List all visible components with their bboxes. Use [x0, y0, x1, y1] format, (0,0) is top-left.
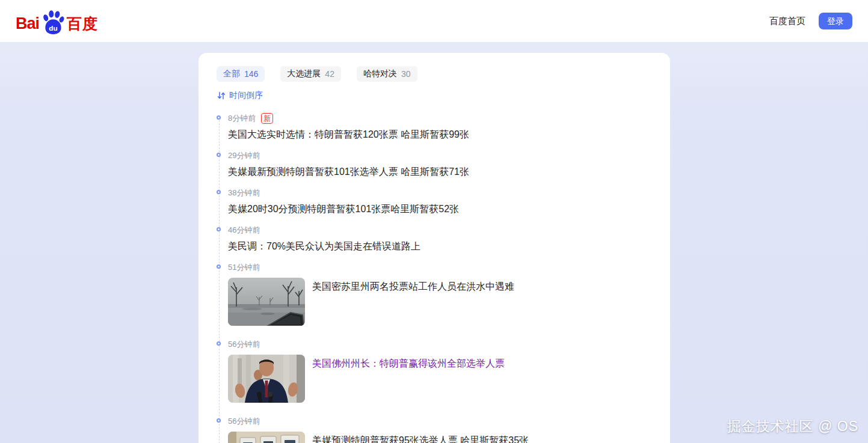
- item-title-link[interactable]: 美媒预测特朗普暂获95张选举人票 哈里斯暂获35张: [312, 432, 529, 443]
- item-header: 56分钟前: [228, 339, 652, 350]
- baidu-paw-icon: du: [41, 10, 65, 35]
- svg-text:du: du: [49, 24, 57, 32]
- baidu-logo[interactable]: Bai du 百度: [16, 10, 98, 32]
- item-thumbnail[interactable]: [228, 278, 305, 326]
- item-body: 美媒最新预测特朗普暂获101张选举人票 哈里斯暂获71张: [228, 165, 652, 179]
- sort-label: 时间倒序: [229, 90, 263, 101]
- timeline-list: 8分钟前 新 美国大选实时选情：特朗普暂获120张票 哈里斯暂获99张 29分钟…: [228, 113, 652, 443]
- tab-count: 30: [401, 69, 411, 79]
- timeline-item: 38分钟前 美媒20时30分预测特朗普暂获101张票哈里斯暂获52张: [228, 188, 652, 216]
- item-time: 56分钟前: [228, 416, 260, 427]
- tab-count: 146: [244, 69, 258, 79]
- timeline-item: 51分钟前 美国密苏里州两名投票站工作人员在洪水中遇难: [228, 262, 652, 326]
- timeline-item: 56分钟前 美媒预测特朗普暂获95张选举人票 哈里斯暂获35张: [228, 416, 652, 443]
- filter-tabs: 全部 146 大选进展 42 哈特对决 30: [217, 66, 652, 82]
- logo-text-bai: Bai: [16, 14, 39, 32]
- baidu-home-link[interactable]: 百度首页: [769, 16, 805, 27]
- timeline-dot-icon: [217, 341, 221, 346]
- timeline-dot-icon: [217, 264, 221, 269]
- timeline-item: 8分钟前 新 美国大选实时选情：特朗普暂获120张票 哈里斯暂获99张: [228, 113, 652, 142]
- item-time: 29分钟前: [228, 150, 260, 161]
- item-header: 51分钟前: [228, 262, 652, 273]
- sort-control[interactable]: 时间倒序: [217, 90, 263, 102]
- item-title-link[interactable]: 美媒20时30分预测特朗普暂获101张票哈里斯暂获52张: [228, 202, 459, 216]
- timeline-item: 29分钟前 美媒最新预测特朗普暂获101张选举人票 哈里斯暂获71张: [228, 150, 652, 179]
- new-badge: 新: [261, 113, 273, 124]
- item-header: 46分钟前: [228, 225, 652, 236]
- news-timeline-card: 全部 146 大选进展 42 哈特对决 30 时间倒序 8分钟前 新 美国大选实…: [199, 53, 670, 443]
- item-header: 29分钟前: [228, 150, 652, 161]
- top-header: Bai du 百度 百度首页 登录: [0, 0, 868, 42]
- item-title-link[interactable]: 美国密苏里州两名投票站工作人员在洪水中遇难: [312, 278, 514, 326]
- item-body: 美民调：70%美民众认为美国走在错误道路上: [228, 239, 652, 254]
- watermark: 掘金技术社区 @ OS: [727, 417, 858, 436]
- header-actions: 百度首页 登录: [769, 13, 852, 29]
- item-title-link[interactable]: 美媒最新预测特朗普暂获101张选举人票 哈里斯暂获71张: [228, 165, 469, 179]
- item-time: 8分钟前: [228, 113, 256, 124]
- item-body: 美国密苏里州两名投票站工作人员在洪水中遇难: [228, 278, 652, 326]
- item-title-link[interactable]: 美国佛州州长：特朗普赢得该州全部选举人票: [312, 355, 505, 403]
- tab-label: 全部: [223, 69, 240, 79]
- sort-arrows-icon: [217, 91, 226, 100]
- item-title-link[interactable]: 美国大选实时选情：特朗普暂获120张票 哈里斯暂获99张: [228, 127, 469, 142]
- item-time: 46分钟前: [228, 225, 260, 236]
- item-title-link[interactable]: 美民调：70%美民众认为美国走在错误道路上: [228, 239, 420, 254]
- tab-label: 哈特对决: [363, 69, 397, 79]
- item-body: 美媒20时30分预测特朗普暂获101张票哈里斯暂获52张: [228, 202, 652, 216]
- item-body: 美国大选实时选情：特朗普暂获120张票 哈里斯暂获99张: [228, 127, 652, 142]
- timeline-dot-icon: [217, 190, 221, 194]
- item-time: 56分钟前: [228, 339, 260, 350]
- flood-scene-image: [228, 278, 305, 326]
- tab-count: 42: [325, 69, 334, 79]
- timeline-item: 56分钟前 美国佛州州长：特朗普赢得该州全部选举人票: [228, 339, 652, 403]
- voting-machines-image: [228, 432, 305, 443]
- politician-podium-image: [228, 355, 305, 403]
- tab-all[interactable]: 全部 146: [217, 66, 265, 82]
- tab-harris-trump-duel[interactable]: 哈特对决 30: [357, 66, 417, 82]
- item-body: 美国佛州州长：特朗普赢得该州全部选举人票: [228, 355, 652, 403]
- item-body: 美媒预测特朗普暂获95张选举人票 哈里斯暂获35张: [228, 432, 652, 443]
- login-button[interactable]: 登录: [819, 13, 852, 29]
- item-header: 38分钟前: [228, 188, 652, 198]
- timeline-dot-icon: [217, 227, 221, 231]
- item-thumbnail[interactable]: [228, 432, 305, 443]
- timeline-dot-icon: [217, 153, 221, 157]
- logo-text-chinese: 百度: [67, 14, 98, 32]
- timeline-dot-icon: [217, 115, 221, 120]
- item-thumbnail[interactable]: [228, 355, 305, 403]
- timeline-dot-icon: [217, 418, 221, 423]
- item-time: 38分钟前: [228, 188, 260, 198]
- tab-label: 大选进展: [287, 69, 321, 79]
- item-header: 8分钟前 新: [228, 113, 652, 124]
- timeline-item: 46分钟前 美民调：70%美民众认为美国走在错误道路上: [228, 225, 652, 254]
- item-header: 56分钟前: [228, 416, 652, 427]
- item-time: 51分钟前: [228, 262, 260, 273]
- tab-election-progress[interactable]: 大选进展 42: [280, 66, 341, 82]
